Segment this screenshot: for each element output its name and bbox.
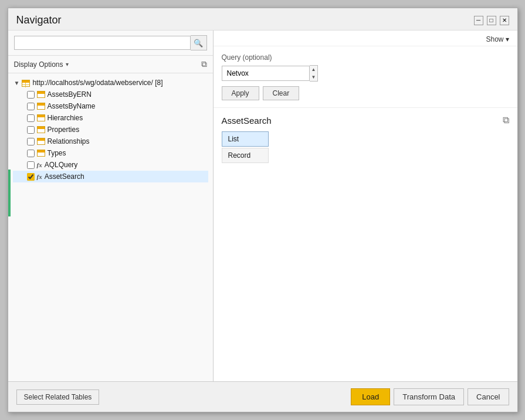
preview-title: AssetSearch ⧉ (222, 115, 509, 126)
minimize-icon: ─ (476, 17, 480, 23)
show-label: Show (486, 35, 503, 43)
collapse-icon[interactable]: ▼ (14, 80, 20, 86)
search-bar: 🔍 (8, 31, 213, 56)
transform-data-button[interactable]: Transform Data (394, 388, 464, 405)
assetsbyname-checkbox[interactable] (27, 103, 35, 110)
types-label: Types (48, 149, 206, 157)
assetsbyern-checkbox[interactable] (27, 91, 35, 99)
load-button[interactable]: Load (351, 388, 390, 405)
query-input[interactable] (222, 66, 310, 81)
scroll-down-arrow[interactable]: ▼ (310, 73, 318, 81)
relationships-checkbox[interactable] (27, 138, 35, 145)
tree-item-assetsbyern[interactable]: AssetsByERN (13, 89, 208, 100)
relationships-label: Relationships (48, 137, 206, 145)
left-indicator-bar (8, 170, 11, 216)
cancel-button[interactable]: Cancel (468, 388, 509, 405)
search-icon: 🔍 (194, 39, 203, 48)
apply-button[interactable]: Apply (222, 86, 259, 100)
hierarchies-label: Hierarchies (48, 114, 206, 122)
assetsbyern-label: AssetsByERN (48, 90, 206, 99)
properties-label: Properties (48, 126, 206, 134)
chevron-down-icon: ▾ (66, 61, 69, 67)
right-panel: Show ▾ Query (optional) ▲ ▼ Apply Clear (214, 31, 517, 381)
tree-item-assetsbyname[interactable]: AssetsByName (13, 100, 208, 112)
assetsearch-label: AssetSearch (45, 172, 206, 181)
display-options-label: Display Options (14, 60, 63, 69)
root-label: http://localhost/s/wg/odata/webservice/ … (32, 79, 162, 87)
close-button[interactable]: ✕ (500, 16, 509, 25)
preview-title-text: AssetSearch (222, 116, 272, 126)
scroll-up-arrow[interactable]: ▲ (310, 66, 318, 73)
search-button[interactable]: 🔍 (191, 35, 207, 50)
query-scroll: ▲ ▼ (310, 65, 319, 82)
close-icon: ✕ (502, 17, 507, 23)
maximize-icon: □ (489, 17, 493, 23)
left-panel: 🔍 Display Options ▾ ⧉ ▼ (8, 31, 214, 381)
tree-item-types[interactable]: Types (13, 147, 208, 159)
hierarchies-checkbox[interactable] (27, 114, 35, 122)
select-related-button[interactable]: Select Related Tables (16, 389, 100, 405)
query-section: Query (optional) ▲ ▼ Apply Clear (214, 46, 517, 108)
preview-row-record[interactable]: Record (222, 148, 269, 163)
preview-expand-icon[interactable]: ⧉ (503, 115, 509, 126)
types-checkbox[interactable] (27, 150, 35, 157)
assetsearch-fx-icon: fx (37, 173, 42, 180)
assetsbyname-label: AssetsByName (48, 102, 206, 110)
aqlquery-label: AQLQuery (45, 161, 206, 169)
tree-area: ▼ htt (8, 73, 213, 381)
dialog-title: Navigator (16, 14, 62, 26)
assetsearch-checkbox[interactable] (27, 173, 35, 181)
query-buttons: Apply Clear (222, 86, 509, 100)
tree-root-item[interactable]: ▼ htt (13, 77, 208, 89)
tree-item-aqlquery[interactable]: fx AQLQuery (13, 159, 208, 171)
title-controls: ─ □ ✕ (474, 16, 509, 25)
preview-section: AssetSearch ⧉ List Record (214, 108, 517, 381)
refresh-icon[interactable]: ⧉ (201, 59, 207, 69)
preview-list: List Record (222, 131, 509, 163)
display-options-row: Display Options ▾ ⧉ (8, 56, 213, 73)
tree-item-relationships[interactable]: Relationships (13, 136, 208, 147)
bottom-right-buttons: Load Transform Data Cancel (351, 388, 509, 405)
navigator-dialog: Navigator ─ □ ✕ 🔍 (8, 8, 518, 412)
show-button[interactable]: Show ▾ (486, 35, 509, 43)
tree-item-properties[interactable]: Properties (13, 124, 208, 136)
aqlquery-fx-icon: fx (37, 161, 42, 168)
properties-checkbox[interactable] (27, 126, 35, 134)
query-label: Query (optional) (222, 53, 509, 62)
tree-item-assetsearch[interactable]: fx AssetSearch (13, 171, 208, 182)
title-bar: Navigator ─ □ ✕ (8, 8, 517, 30)
tree-root: ▼ htt (8, 76, 213, 184)
main-content: 🔍 Display Options ▾ ⧉ ▼ (8, 30, 517, 381)
query-input-row: ▲ ▼ (222, 65, 509, 82)
maximize-button[interactable]: □ (487, 16, 496, 25)
aqlquery-checkbox[interactable] (27, 161, 35, 169)
show-chevron-icon: ▾ (506, 35, 509, 43)
preview-row-list[interactable]: List (222, 131, 269, 147)
minimize-button[interactable]: ─ (474, 16, 483, 25)
clear-button[interactable]: Clear (263, 86, 300, 100)
display-options-button[interactable]: Display Options ▾ (14, 60, 69, 69)
tree-item-hierarchies[interactable]: Hierarchies (13, 112, 208, 124)
right-top-bar: Show ▾ (214, 31, 517, 46)
bottom-bar: Select Related Tables Load Transform Dat… (8, 381, 517, 412)
root-table-icon (22, 79, 30, 87)
search-input[interactable] (14, 36, 191, 50)
